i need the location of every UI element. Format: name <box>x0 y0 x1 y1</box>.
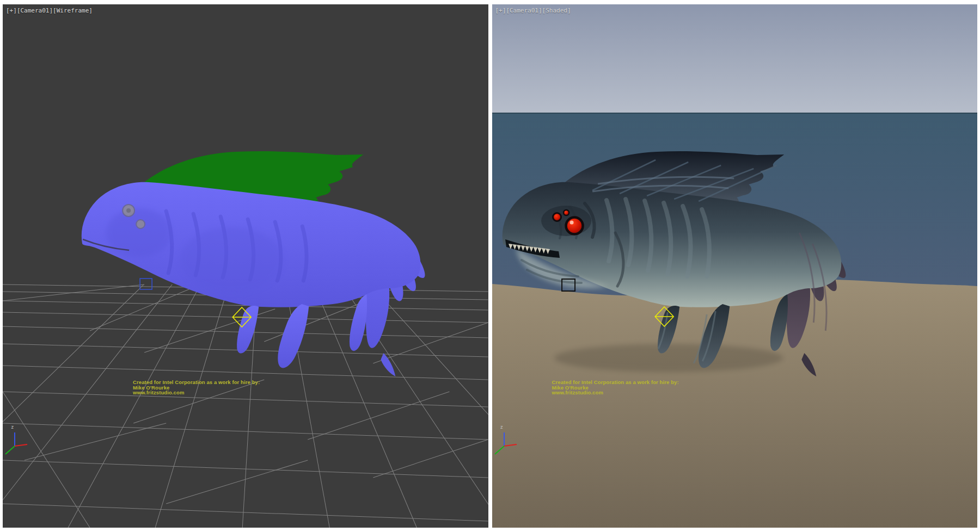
viewport-general-menu[interactable]: [+] <box>495 7 506 14</box>
shaded-scene <box>492 4 978 528</box>
axis-z-label: z <box>11 424 14 430</box>
viewport-pov-menu[interactable]: [Camera01] <box>506 7 542 14</box>
wire-mottling-2 <box>106 208 171 257</box>
eye-spot-pupil <box>126 208 131 213</box>
eye-third <box>564 210 569 215</box>
viewport-shading-menu[interactable]: [Shaded] <box>542 7 571 14</box>
viewport-label-left: [+][Camera01][Wireframe] <box>6 7 93 14</box>
eye-small <box>553 213 561 221</box>
sky <box>492 4 978 113</box>
credit-line-3: www.fritzstudio.com <box>552 390 679 395</box>
sand-ground <box>492 279 978 528</box>
viewport-pov-menu[interactable]: [Camera01] <box>17 7 53 14</box>
viewport-label-right: [+][Camera01][Shaded] <box>495 7 571 14</box>
ground-shadow <box>554 344 783 372</box>
viewport-general-menu[interactable]: [+] <box>6 7 17 14</box>
credit-text: Created for Intel Corporation as a work … <box>552 380 679 395</box>
viewport-left-wireframe[interactable]: [+][Camera01][Wireframe] Created for Int… <box>3 4 488 528</box>
viewport-layout: [+][Camera01][Wireframe] Created for Int… <box>0 0 980 532</box>
axis-z-label: z <box>500 424 503 430</box>
eye-spot-small <box>136 220 145 228</box>
eye-highlight <box>569 221 573 225</box>
eye-large <box>566 218 583 234</box>
credit-text: Created for Intel Corporation as a work … <box>133 380 260 395</box>
credit-line-3: www.fritzstudio.com <box>133 390 260 395</box>
viewport-shading-menu[interactable]: [Wireframe] <box>53 7 93 14</box>
viewport-right-shaded[interactable]: [+][Camera01][Shaded] Created for Intel … <box>492 4 978 528</box>
wireframe-scene <box>3 4 488 528</box>
wire-mottling <box>180 227 283 293</box>
